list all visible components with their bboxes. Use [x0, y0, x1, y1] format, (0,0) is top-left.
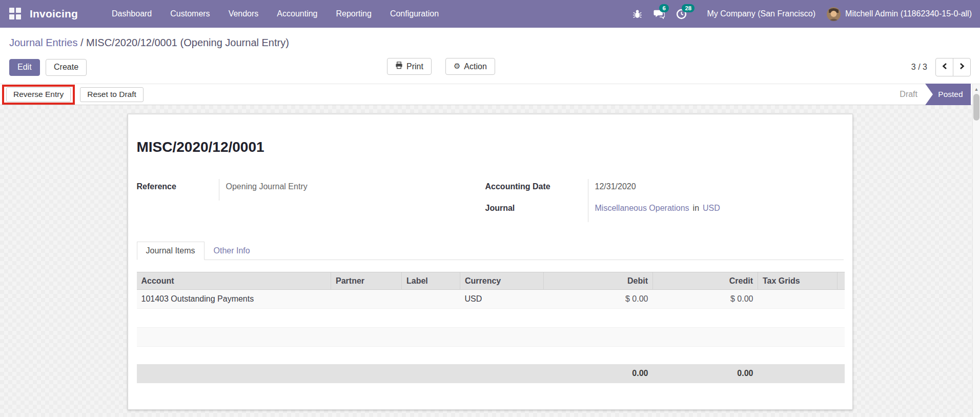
apps-grid-icon[interactable] [9, 8, 22, 20]
control-panel: Journal Entries / MISC/2020/12/0001 (Ope… [0, 28, 980, 84]
table-row[interactable]: 101403 Outstanding Payments USD $ 0.00 $… [137, 290, 845, 309]
cell-partner[interactable] [331, 290, 402, 309]
column-credit[interactable]: Credit [653, 272, 758, 290]
gear-icon: ⚙ [454, 63, 460, 70]
debug-bug-icon[interactable] [627, 0, 648, 28]
scroll-up-arrow[interactable]: ▲ [973, 84, 980, 92]
reference-value: Opening Journal Entry [219, 179, 485, 201]
cell-currency[interactable]: USD [460, 290, 544, 309]
table-header-row: Account Partner Label Currency Debit Cre… [137, 272, 845, 290]
edit-button[interactable]: Edit [9, 59, 40, 76]
user-menu[interactable]: Mitchell Admin (11862340-15-0-all) [827, 7, 972, 21]
journal-link[interactable]: Miscellaneous Operations [595, 204, 689, 212]
activities-count-badge: 28 [682, 4, 695, 12]
menu-dashboard[interactable]: Dashboard [103, 0, 161, 28]
column-currency[interactable]: Currency [460, 272, 544, 290]
chevron-right-icon [959, 63, 965, 72]
create-button[interactable]: Create [46, 59, 87, 76]
total-debit: 0.00 [544, 364, 653, 383]
main-menu: Dashboard Customers Vendors Accounting R… [103, 0, 448, 28]
column-debit[interactable]: Debit [544, 272, 653, 290]
messages-count-badge: 6 [659, 4, 668, 12]
pager-value[interactable]: 3 / 3 [911, 63, 927, 72]
notebook-tabs: Journal Items Other Info [137, 241, 844, 260]
action-button[interactable]: ⚙ Action [445, 58, 495, 75]
journal-value: Miscellaneous OperationsinUSD [588, 201, 844, 222]
pager-previous-button[interactable] [935, 58, 953, 76]
tutorial-highlight-box: Reverse Entry [2, 85, 75, 105]
journal-items-table: Account Partner Label Currency Debit Cre… [137, 272, 845, 383]
pager-next-button[interactable] [953, 58, 971, 76]
state-posted[interactable]: Posted [925, 84, 971, 105]
tab-other-info[interactable]: Other Info [205, 242, 259, 260]
app-title[interactable]: Invoicing [30, 8, 78, 20]
breadcrumb-journal-entries-link[interactable]: Journal Entries [9, 37, 77, 48]
user-avatar [827, 7, 841, 21]
breadcrumb-separator: / [77, 37, 86, 48]
cell-account[interactable]: 101403 Outstanding Payments [137, 290, 331, 309]
reverse-entry-button[interactable]: Reverse Entry [6, 87, 71, 102]
printer-icon [395, 62, 403, 71]
cell-tax-grids[interactable] [758, 290, 838, 309]
journal-connector: in [693, 204, 699, 212]
company-switcher[interactable]: My Company (San Francisco) [707, 9, 815, 18]
empty-row [137, 309, 845, 328]
scrollbar-thumb[interactable] [973, 94, 979, 121]
menu-reporting[interactable]: Reporting [327, 0, 381, 28]
kebab-icon: ⋮ [842, 276, 845, 285]
cell-debit[interactable]: $ 0.00 [544, 290, 653, 309]
column-tax-grids[interactable]: Tax Grids [758, 272, 838, 290]
column-account[interactable]: Account [137, 272, 331, 290]
accounting-date-value: 12/31/2020 [588, 179, 844, 201]
breadcrumb-current: MISC/2020/12/0001 (Opening Journal Entry… [86, 37, 289, 48]
print-button[interactable]: Print [387, 58, 432, 75]
accounting-date-label: Accounting Date [485, 179, 588, 201]
breadcrumb: Journal Entries / MISC/2020/12/0001 (Ope… [9, 36, 971, 49]
record-title: MISC/2020/12/0001 [137, 139, 844, 155]
activities-clock-icon[interactable]: 28 [670, 0, 692, 28]
column-partner[interactable]: Partner [331, 272, 402, 290]
field-group-left: Reference Opening Journal Entry [137, 179, 485, 222]
cell-label[interactable] [402, 290, 460, 309]
statusbar: Reverse Entry Reset to Draft Draft Poste… [0, 84, 980, 105]
state-draft[interactable]: Draft [900, 90, 917, 99]
vertical-scrollbar[interactable]: ▲ [972, 84, 980, 417]
menu-customers[interactable]: Customers [161, 0, 219, 28]
field-group-right: Accounting Date 12/31/2020 Journal Misce… [485, 179, 844, 222]
statusbar-states: Draft Posted [900, 84, 971, 105]
menu-configuration[interactable]: Configuration [381, 0, 448, 28]
column-label[interactable]: Label [402, 272, 460, 290]
spacer-row [137, 347, 845, 364]
currency-link[interactable]: USD [703, 204, 720, 212]
cell-credit[interactable]: $ 0.00 [653, 290, 758, 309]
form-sheet: MISC/2020/12/0001 Reference Opening Jour… [128, 114, 853, 410]
optional-columns-toggle[interactable]: ⋮ [838, 272, 845, 290]
reference-label: Reference [137, 179, 219, 201]
menu-vendors[interactable]: Vendors [219, 0, 268, 28]
total-credit: 0.00 [653, 364, 758, 383]
reset-to-draft-button[interactable]: Reset to Draft [80, 87, 144, 102]
messages-icon[interactable]: 6 [648, 0, 670, 28]
tab-journal-items[interactable]: Journal Items [137, 242, 205, 260]
user-name: Mitchell Admin (11862340-15-0-all) [845, 9, 972, 18]
top-navbar: Invoicing Dashboard Customers Vendors Ac… [0, 0, 980, 28]
totals-row: 0.00 0.00 [137, 364, 845, 383]
chevron-left-icon [942, 63, 948, 72]
empty-row [137, 328, 845, 347]
menu-accounting[interactable]: Accounting [268, 0, 326, 28]
journal-label: Journal [485, 201, 588, 222]
form-view-background: MISC/2020/12/0001 Reference Opening Jour… [0, 105, 980, 417]
